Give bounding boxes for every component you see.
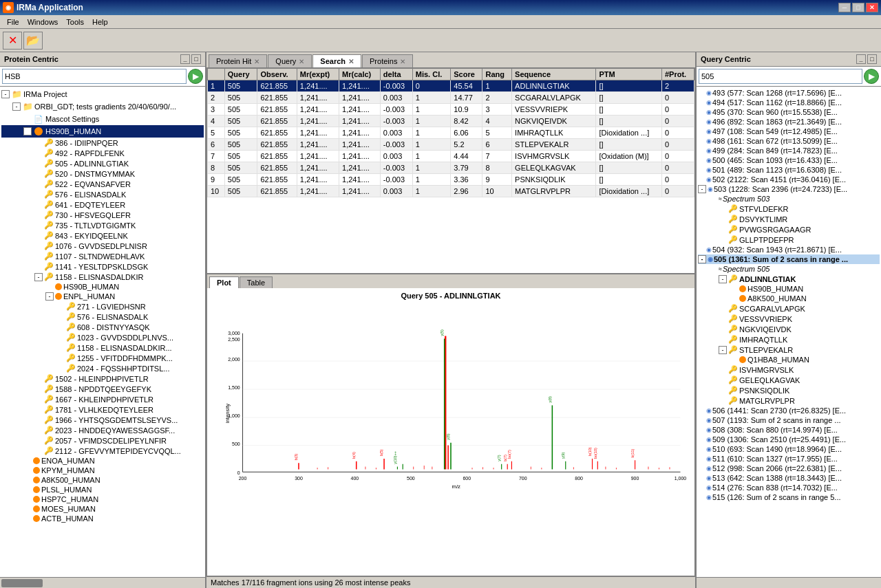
list-item[interactable]: 🔑 GELEQLKAGVAK — [698, 375, 880, 385]
expand-stlep[interactable]: - — [719, 346, 727, 354]
list-item[interactable]: ◉ 510 (693: Scan 1490 (rt=18.9964) [E... — [698, 444, 880, 454]
col-miscl[interactable]: Mis. Cl. — [412, 69, 450, 80]
table-row[interactable]: 2 505 621.855 1,241.... 1,241.... 0.003 … — [208, 92, 694, 104]
tree-item-irma-project[interactable]: - 📁 IRMa Project — [1, 88, 204, 100]
list-item[interactable]: HS90B_HUMAN — [698, 284, 880, 294]
list-item[interactable]: HSP7C_HUMAN — [1, 494, 204, 504]
list-item[interactable]: 🔑 2024 - FQSSHHPTDITSL... — [1, 363, 204, 373]
menu-windows[interactable]: Windows — [23, 17, 63, 28]
list-item[interactable]: ◉ 493 (577: Scan 1268 (rt=17.5696) [E... — [698, 88, 880, 98]
list-item[interactable]: 🔑 1158 - ELISNASDALDKIR... — [1, 342, 204, 353]
minimize-button[interactable]: ─ — [838, 3, 851, 12]
table-row[interactable]: 1 505 621.855 1,241.... 1,241.... -0.003… — [208, 80, 694, 92]
list-item[interactable]: ◉ 506 (1441: Scan 2730 (rt=26.8325) [E..… — [698, 406, 880, 415]
list-item[interactable]: ◉ 513 (642: Scan 1388 (rt=18.3443) [E... — [698, 473, 880, 483]
list-item[interactable]: 🔑 2112 - GFEVVYMTEPIDEYCVQQL... — [1, 446, 204, 456]
list-item[interactable]: ◉ 500 (465: Scan 1093 (rt=16.433) [E... — [698, 155, 880, 165]
col-observ[interactable]: Observ. — [257, 69, 297, 80]
list-item[interactable]: 🔑 1023 - GVVDSDDLPLNVS... — [1, 332, 204, 342]
plot-tab-table[interactable]: Table — [240, 276, 273, 288]
expand-505[interactable]: - — [698, 255, 706, 263]
list-item[interactable]: 🔑 1502 - HLEINPDHPIVETLR — [1, 373, 204, 384]
table-row[interactable]: 5 505 621.855 1,241.... 1,241.... 0.003 … — [208, 127, 694, 139]
tab-close-search[interactable]: ✕ — [348, 58, 354, 65]
list-item[interactable]: 🔑 735 - TLTLVDTGIGMTK — [1, 220, 204, 230]
list-item[interactable]: 🔑 641 - EDQTEYLEER — [1, 199, 204, 210]
list-item[interactable]: 🔑 1107 - SLTNDWEDHLAVK — [1, 251, 204, 261]
expand-1158[interactable]: - — [34, 273, 43, 281]
col-score[interactable]: Score — [451, 69, 482, 80]
list-item[interactable]: Q1HBA8_HUMAN — [698, 355, 880, 364]
tree-item-orbi[interactable]: - 📁 ORBI_GDT; tests gradients 20/40/60/9… — [1, 100, 204, 113]
list-item[interactable]: 🔑 522 - EQVANSAFVER — [1, 179, 204, 189]
tab-proteins[interactable]: Proteins ✕ — [362, 54, 413, 67]
list-item[interactable]: ◉ 508 (308: Scan 880 (rt=14.9974) [E... — [698, 425, 880, 435]
right-panel-maximize-btn[interactable]: □ — [867, 54, 877, 64]
panel-minimize-btn[interactable]: _ — [180, 54, 190, 64]
list-item[interactable]: 🔑 576 - ELISNASDALK — [1, 312, 204, 322]
list-item[interactable]: 🔑 STFVLDEFKR — [698, 204, 880, 214]
list-item[interactable]: 🔑 1781 - VLHLKEDQTEYLEER — [1, 404, 204, 415]
list-item[interactable]: - 🔑 1158 - ELISNASDALDKIR — [1, 272, 204, 282]
list-item[interactable]: 🔑 843 - EKYIDQEELNK — [1, 230, 204, 241]
table-row[interactable]: 9 505 621.855 1,241.... 1,241.... -0.003… — [208, 174, 694, 186]
list-item[interactable]: ≈ Spectrum 503 — [698, 194, 880, 204]
expand-enpl[interactable]: - — [45, 292, 54, 301]
protein-search-input[interactable] — [2, 69, 187, 84]
tree-item-mascot[interactable]: 📄 Mascot Settings — [1, 113, 204, 125]
list-item[interactable]: 🔑 730 - HFSVEGQLEFR — [1, 210, 204, 220]
list-item[interactable]: 🔑 386 - IDIIPNPQER — [1, 138, 204, 148]
expand-orbi[interactable]: - — [12, 102, 21, 111]
list-item[interactable]: ◉ 502 (2122: Scan 4151 (rt=36.0416) [E..… — [698, 175, 880, 184]
list-item[interactable]: ◉ 495 (370: Scan 960 (rt=15.5538) [E... — [698, 107, 880, 117]
list-item[interactable]: 🔑 520 - DNSTMGYMMAK — [1, 168, 204, 179]
list-item[interactable]: 🔑 ISVHMGRVSLK — [698, 364, 880, 375]
col-rang[interactable]: Rang — [482, 69, 512, 80]
list-item[interactable]: ◉ 501 (489: Scan 1123 (rt=16.6308) [E... — [698, 165, 880, 175]
open-folder-button[interactable]: 📂 — [23, 32, 43, 50]
list-item[interactable]: 🔑 MATGLRVPLPR — [698, 395, 880, 406]
right-panel-scrollbar[interactable] — [697, 577, 881, 588]
list-item[interactable]: ◉ 507 (1193: Sum of 2 scans in range ... — [698, 415, 880, 425]
list-item[interactable]: 🔑 SCGARALVLAPGK — [698, 303, 880, 314]
list-item[interactable]: ENOA_HUMAN — [1, 456, 204, 466]
list-item[interactable]: 🔑 NGKVIQEIVDK — [698, 324, 880, 334]
list-item[interactable]: ≈ Spectrum 505 — [698, 264, 880, 274]
list-item[interactable]: KPYM_HUMAN — [1, 466, 204, 475]
list-item[interactable]: 🔑 VESSVVRIEPK — [698, 314, 880, 324]
col-mrcalc[interactable]: Mr(calc) — [339, 69, 381, 80]
tab-query[interactable]: Query ✕ — [268, 54, 312, 67]
list-item[interactable]: MOES_HUMAN — [1, 504, 204, 514]
list-item[interactable]: 🔑 IMHRAQTLLK — [698, 334, 880, 345]
list-item[interactable]: 🔑 271 - LGVIEDHSNR — [1, 301, 204, 312]
list-item[interactable]: ◉ 497 (108: Scan 549 (rt=12.4985) [E... — [698, 127, 880, 136]
list-item[interactable]: ◉ 515 (126: Sum of 2 scans in range 5... — [698, 492, 880, 502]
expand-adlinn[interactable]: - — [719, 275, 727, 283]
right-panel-minimize-btn[interactable]: _ — [856, 54, 866, 64]
list-item[interactable]: 🔑 1966 - YHTSQSGDEMTSLSEYVS... — [1, 415, 204, 425]
list-item[interactable]: ACTB_HUMAN — [1, 514, 204, 523]
list-item[interactable]: ◉ 514 (276: Scan 838 (rt=14.7032) [E... — [698, 483, 880, 492]
list-item[interactable]: 🔑 1076 - GVVDSEDLPLNISR — [1, 241, 204, 251]
close-toolbar-button[interactable]: ✕ — [3, 32, 22, 50]
list-item[interactable]: - ENPL_HUMAN — [1, 292, 204, 301]
tab-search[interactable]: Search ✕ — [312, 54, 361, 67]
close-button[interactable]: ✕ — [866, 3, 878, 12]
list-item[interactable]: 🔑 2023 - HNDDEQYAWESSAGGSF... — [1, 425, 204, 435]
list-item[interactable]: 🔑 505 - ADLINNLGTIAK — [1, 158, 204, 168]
maximize-button[interactable]: □ — [852, 3, 864, 12]
table-row[interactable]: 8 505 621.855 1,241.... 1,241.... -0.003… — [208, 162, 694, 174]
list-item[interactable]: - ◉ 503 (1228: Scan 2396 (rt=24.7233) [E… — [698, 184, 880, 194]
query-search-go-button[interactable]: ▶ — [864, 69, 879, 84]
table-row[interactable]: 7 505 621.855 1,241.... 1,241.... 0.003 … — [208, 151, 694, 162]
list-item[interactable]: ◉ 512 (998: Scan 2066 (rt=22.6381) [E... — [698, 464, 880, 473]
tab-close-protein-hit[interactable]: ✕ — [254, 58, 259, 65]
list-item[interactable]: ◉ 494 (517: Scan 1162 (rt=18.8866) [E... — [698, 98, 880, 107]
table-row[interactable]: 4 505 621.855 1,241.... 1,241.... -0.003… — [208, 116, 694, 127]
list-item[interactable]: ◉ 509 (1306: Scan 2510 (rt=25.4491) [E..… — [698, 435, 880, 444]
col-sequence[interactable]: Sequence — [512, 69, 596, 80]
menu-help[interactable]: Help — [88, 17, 112, 28]
tab-close-proteins[interactable]: ✕ — [400, 58, 405, 65]
list-item[interactable]: PLSL_HUMAN — [1, 485, 204, 494]
list-item[interactable]: 🔑 576 - ELISNASDALK — [1, 189, 204, 199]
